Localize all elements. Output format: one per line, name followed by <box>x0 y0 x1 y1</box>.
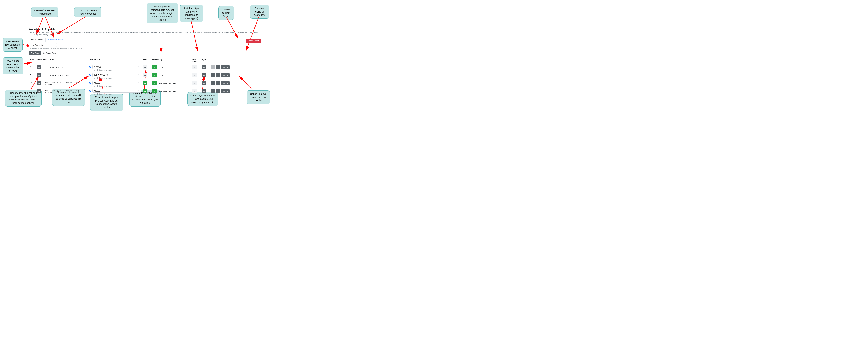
actions-cell: More <box>210 89 230 93</box>
worksheet-name-input[interactable] <box>29 43 57 47</box>
description-label: 7" production well/gas injection, all in… <box>42 89 87 93</box>
datasource-select[interactable]: SUBPROJECTS <box>92 73 141 77</box>
move-up-button[interactable] <box>211 73 215 77</box>
link-icon <box>38 82 40 84</box>
datasource-select[interactable]: PROJECT <box>92 65 141 69</box>
link-icon <box>203 82 205 84</box>
sort-cell <box>191 65 201 69</box>
processing-button[interactable] <box>152 89 157 93</box>
description-cell: 5" production well/gas injection, all in… <box>36 81 88 85</box>
link-icon <box>193 90 195 92</box>
link-icon <box>144 74 146 76</box>
link-icon <box>153 90 156 92</box>
link-icon <box>38 66 40 68</box>
col-description: Description / Label <box>36 58 88 60</box>
link-icon <box>203 74 205 76</box>
link-icon <box>144 66 146 68</box>
sort-cell <box>191 81 201 85</box>
section-title: Worksheet to Populate <box>29 28 261 31</box>
description-cell: GET name of PROJECT <box>36 65 88 69</box>
processing-label: GET name <box>158 74 167 76</box>
callout-processing: Way to process selected data e.g. get Na… <box>147 3 178 23</box>
worksheet-name-hint: Rename the worksheet here (the name must… <box>29 48 261 49</box>
style-button[interactable] <box>202 73 207 77</box>
sort-button[interactable] <box>192 81 197 85</box>
delete-sheet-button[interactable]: Delete Sheet <box>246 38 261 43</box>
description-label: GET name of SUBPROJECTS <box>42 74 69 76</box>
worksheet-tabs: Line Elements + Add New Sheet <box>29 37 261 42</box>
edit-description-button[interactable] <box>37 81 41 85</box>
more-button[interactable]: More <box>221 89 230 93</box>
use-fieldtwin-checkbox[interactable] <box>89 82 91 84</box>
link-icon <box>153 66 156 68</box>
link-icon <box>193 66 195 68</box>
edit-description-button[interactable] <box>37 89 41 93</box>
callout-sort: Sort the output data (only applicable to… <box>180 5 203 22</box>
link-icon <box>193 74 195 76</box>
link-icon <box>203 66 205 68</box>
col-filter: Filter <box>142 58 151 60</box>
more-button[interactable]: More <box>221 73 230 77</box>
style-button[interactable] <box>202 65 207 69</box>
callout-row-number: Row in Excel to populate. Use number or … <box>3 57 24 75</box>
description-label: GET name of PROJECT <box>42 66 63 68</box>
callout-clone-delete: Option to clone or delete row <box>250 5 269 19</box>
edit-description-button[interactable] <box>37 73 41 77</box>
table-row: 3GET name of PROJECTPROJECTThe field dat… <box>29 64 261 72</box>
filter-button[interactable] <box>143 81 147 85</box>
section-description: Define one tab / each worksheet to popul… <box>29 31 261 36</box>
sort-button[interactable] <box>192 73 197 77</box>
sort-button[interactable] <box>192 65 197 69</box>
processing-cell: GET name <box>151 73 191 77</box>
move-up-button[interactable] <box>211 81 215 85</box>
down-icon <box>217 66 219 68</box>
actions-cell: More <box>210 81 230 85</box>
use-fieldtwin-checkbox[interactable] <box>89 74 91 76</box>
tab-line-elements[interactable]: Line Elements <box>29 37 45 42</box>
add-row-button[interactable]: Add Row <box>29 51 41 55</box>
move-down-button[interactable] <box>216 73 220 77</box>
filter-button[interactable] <box>143 89 147 93</box>
table-row: 117" production well/gas injection, all … <box>29 88 261 96</box>
filter-button[interactable] <box>143 65 147 69</box>
style-button[interactable] <box>202 89 207 93</box>
link-icon <box>193 82 195 84</box>
use-fieldtwin-checkbox[interactable] <box>89 66 91 68</box>
datasource-select[interactable]: WELLS <box>92 81 141 85</box>
link-icon <box>153 74 156 76</box>
move-down-button[interactable] <box>216 65 220 69</box>
move-down-button[interactable] <box>216 89 220 93</box>
processing-button[interactable] <box>152 81 157 85</box>
datasource-select[interactable]: WELLS <box>92 89 141 93</box>
more-button[interactable]: More <box>221 65 230 69</box>
datasource-cell: WELLSThe field data type to export <box>88 81 142 87</box>
link-icon <box>203 90 205 92</box>
filter-button[interactable] <box>143 73 147 77</box>
edit-description-button[interactable] <box>37 65 41 69</box>
processing-button[interactable] <box>152 73 157 77</box>
down-icon <box>217 90 219 92</box>
sort-button[interactable] <box>192 89 197 93</box>
move-down-button[interactable] <box>216 81 220 85</box>
processing-button[interactable] <box>152 65 157 69</box>
processing-cell: SUM length --> EVAL <box>151 81 191 85</box>
move-up-button[interactable] <box>211 89 215 93</box>
col-style: Style <box>201 58 210 60</box>
style-cell <box>201 89 210 93</box>
tab-add-new-sheet[interactable]: + Add New Sheet <box>45 37 65 41</box>
sort-cell <box>191 89 201 93</box>
style-cell <box>201 73 210 77</box>
callout-add-sheet: Option to create a new worksheet <box>74 7 101 18</box>
worksheet-populate-panel: Worksheet to Populate Define one tab / e… <box>29 28 261 96</box>
row-number: 10 <box>29 81 36 83</box>
table-row: 4GET name of SUBPROJECTSSUBPROJECTSThe f… <box>29 72 261 80</box>
col-row: Row <box>29 58 36 60</box>
callout-delete-sheet: Delete Current Sheet <box>218 6 234 20</box>
style-cell <box>201 81 210 85</box>
filter-cell <box>142 81 151 85</box>
style-button[interactable] <box>202 81 207 85</box>
use-fieldtwin-checkbox[interactable] <box>89 90 91 92</box>
col-processing: Processing <box>151 58 191 60</box>
more-button[interactable]: More <box>221 81 230 85</box>
link-icon <box>153 82 156 84</box>
